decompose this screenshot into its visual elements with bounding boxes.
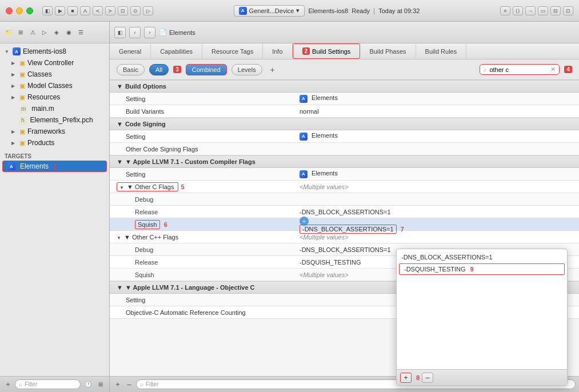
tree-item-main-m[interactable]: m main.m: [0, 103, 109, 114]
tree-label: View Controller: [27, 59, 74, 67]
scheme-selector[interactable]: A Generit...Device ▾: [234, 5, 305, 17]
tab-resource-tags[interactable]: Resource Tags: [202, 43, 263, 59]
filter-bar: Basic All 3 Combined Levels + ⌕ other c …: [110, 59, 579, 80]
popup-panel: -DNS_BLOCK_ASSERTIONS=1 -DSQUISH_TESTING…: [396, 249, 568, 386]
view-btn-1[interactable]: ▭: [538, 6, 548, 15]
setting-name: Build Variants: [110, 108, 293, 115]
hierarchy-icon[interactable]: ⊞: [95, 379, 106, 390]
tree-item-products[interactable]: ▶ ▣ Products: [0, 137, 109, 149]
nav-forward[interactable]: ≻: [105, 6, 115, 15]
scheme-button[interactable]: A: [80, 6, 90, 15]
folder-icon: ▣: [19, 59, 25, 67]
nav-back[interactable]: ≺: [93, 6, 103, 15]
traffic-lights: [6, 7, 33, 14]
nav-arrow-btn[interactable]: →: [525, 6, 536, 15]
chevron-icon: ▾: [296, 7, 300, 14]
tab-label: Build Phases: [369, 48, 406, 55]
disclosure-icon: ▶: [11, 129, 17, 134]
setting-name: Other Code Signing Flags: [110, 146, 293, 153]
popup-row-empty-3: [397, 298, 567, 310]
filter-input-area[interactable]: ⌕ Filter: [15, 379, 81, 389]
project-status: Elements-ios8: Ready: [308, 7, 370, 14]
popup-row-dsquish[interactable]: -DSQUISH_TESTING 9: [399, 263, 565, 275]
nav-split-btn[interactable]: ⟨⟩: [513, 6, 523, 15]
popup-row-empty-1: [397, 275, 567, 287]
disclosure-icon: ▶: [11, 83, 17, 89]
tree-item-elements-target[interactable]: A Elements 1: [2, 161, 107, 172]
project-name: Elements-ios8: [23, 47, 66, 55]
filter-all[interactable]: All: [149, 64, 169, 75]
nav-forward-btn[interactable]: ›: [144, 27, 155, 38]
nav-search-icon[interactable]: ⊞: [15, 27, 26, 38]
filter-basic[interactable]: Basic: [117, 64, 145, 75]
tab-label: Info: [272, 48, 282, 55]
tree-item-classes[interactable]: ▶ ▣ Classes: [0, 69, 109, 80]
close-button[interactable]: [6, 7, 13, 14]
nav-test-icon[interactable]: ▷: [39, 27, 50, 38]
popup-add-button[interactable]: +: [400, 373, 412, 383]
tab-capabilities[interactable]: Capabilities: [151, 43, 202, 59]
target-icon-inline: A: [300, 170, 308, 178]
search-clear-icon[interactable]: ✕: [550, 66, 556, 73]
view-btn-2[interactable]: ⊟: [550, 6, 561, 15]
tab-bar: General Capabilities Resource Tags Info …: [110, 43, 579, 59]
m-file-icon: m: [19, 105, 27, 113]
sidebar-toggle[interactable]: ◧: [42, 6, 53, 15]
filter-add-button[interactable]: +: [267, 64, 278, 75]
settings-row-build-setting: Setting A Elements: [110, 93, 579, 105]
tab-info[interactable]: Info: [263, 43, 292, 59]
stop-button[interactable]: ■: [67, 6, 78, 15]
settings-row-compiler-setting: Setting A Elements: [110, 168, 579, 181]
titlebar-middle: A Generit...Device ▾ Elements-ios8: Read…: [158, 5, 496, 17]
sidebar-left-toggle[interactable]: ◧: [114, 27, 126, 38]
view-btn-3[interactable]: ⊡: [563, 6, 573, 15]
disclosure-icon: ▶: [11, 95, 17, 100]
clock-icon[interactable]: 🕐: [83, 379, 93, 390]
filter-icon: ⌕: [140, 381, 143, 387]
section-title: Code Signing: [125, 121, 166, 127]
setting-value: normal: [293, 108, 579, 115]
popup-row-empty-2: [397, 287, 567, 298]
tree-item-elements-prefix[interactable]: h Elements_Prefix.pch: [0, 114, 109, 126]
tree-item-frameworks[interactable]: ▶ ▣ Frameworks: [0, 126, 109, 137]
tree-item-view-controller[interactable]: ▶ ▣ View Controller: [0, 57, 109, 69]
editor-layout-btn[interactable]: ≡: [500, 6, 510, 15]
run-button[interactable]: ▶: [55, 6, 65, 15]
filter-levels[interactable]: Levels: [231, 64, 262, 75]
nav-debug-icon[interactable]: ◈: [51, 27, 62, 38]
search-field[interactable]: ⌕ other c ✕: [480, 64, 560, 75]
target-icon: A: [7, 162, 15, 170]
tab-build-phases[interactable]: Build Phases: [360, 43, 416, 59]
popup-remove-button[interactable]: –: [422, 373, 433, 383]
file-tree: ▼ A Elements-ios8 ▶ ▣ View Controller ▶ …: [0, 43, 109, 376]
tree-item-model-classes[interactable]: ▶ ▣ Model Classes: [0, 80, 109, 91]
environment[interactable]: ⊙: [130, 6, 141, 15]
editor-toolbar: ◧ ‹ › 📄 Elements: [110, 22, 579, 43]
nav-add-button[interactable]: +: [3, 380, 13, 389]
nav-folder-icon[interactable]: 📁: [3, 27, 14, 38]
search-icon: ⌕: [484, 66, 487, 73]
navigator-sidebar: 📁 ⊞ ⚠ ▷ ◈ ◉ ☰ ▼ A Elements-ios8 ▶ ▣ View…: [0, 22, 110, 392]
filter-combined[interactable]: Combined: [186, 64, 227, 75]
nav-issues-icon[interactable]: ⚠: [27, 27, 38, 38]
tree-item-resources[interactable]: ▶ ▣ Resources: [0, 91, 109, 103]
breakpoints[interactable]: ⊡: [118, 6, 128, 15]
setting-value: <Multiple values>: [293, 183, 579, 190]
maximize-button[interactable]: [26, 7, 33, 14]
editor-add-button[interactable]: +: [113, 380, 122, 389]
section-header-code-signing: ▼ Code Signing: [110, 118, 579, 130]
tab-build-settings[interactable]: 2 Build Settings: [293, 43, 361, 59]
minimize-button[interactable]: [16, 7, 23, 14]
nav-back-btn[interactable]: ‹: [129, 27, 141, 38]
tab-general[interactable]: General: [110, 43, 151, 59]
nav-report-icon[interactable]: ☰: [75, 27, 86, 38]
tab-build-rules[interactable]: Build Rules: [416, 43, 467, 59]
setting-value: -DNS_BLOCK_ASSERTIONS=1: [293, 209, 579, 215]
nav-breakpoints-icon[interactable]: ◉: [63, 27, 74, 38]
tree-item-elements-ios8[interactable]: ▼ A Elements-ios8: [0, 46, 109, 57]
titlebar: ◧ ▶ ■ A ≺ ≻ ⊡ ⊙ ▷ A Generit...Device ▾ E…: [0, 0, 579, 22]
search-value: other c: [489, 66, 509, 73]
editor-remove-button[interactable]: –: [125, 380, 134, 389]
location[interactable]: ▷: [143, 6, 153, 15]
filter-placeholder: Filter: [146, 381, 158, 387]
